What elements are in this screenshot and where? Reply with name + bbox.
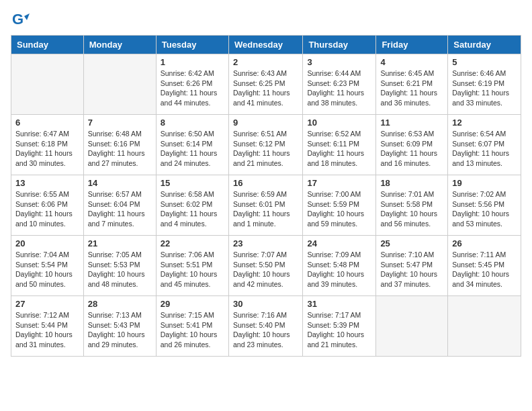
day-info: Sunrise: 6:58 AMSunset: 6:02 PMDaylight:… bbox=[161, 189, 224, 229]
day-number: 26 bbox=[452, 238, 517, 248]
weekday-header: Tuesday bbox=[156, 36, 228, 54]
day-number: 9 bbox=[233, 118, 298, 128]
calendar-week-row: 20Sunrise: 7:04 AMSunset: 5:54 PMDayligh… bbox=[11, 236, 521, 296]
day-number: 4 bbox=[380, 57, 443, 67]
day-number: 21 bbox=[88, 238, 152, 248]
day-info: Sunrise: 7:05 AMSunset: 5:53 PMDaylight:… bbox=[88, 250, 152, 289]
day-info: Sunrise: 6:44 AMSunset: 6:23 PMDaylight:… bbox=[307, 68, 371, 108]
weekday-header: Saturday bbox=[448, 36, 521, 54]
calendar-cell: 27Sunrise: 7:12 AMSunset: 5:44 PMDayligh… bbox=[11, 296, 84, 357]
calendar-cell: 21Sunrise: 7:05 AMSunset: 5:53 PMDayligh… bbox=[83, 236, 156, 296]
day-info: Sunrise: 6:53 AMSunset: 6:09 PMDaylight:… bbox=[380, 129, 443, 169]
calendar-cell: 12Sunrise: 6:54 AMSunset: 6:07 PMDayligh… bbox=[448, 115, 521, 175]
calendar-cell: 29Sunrise: 7:15 AMSunset: 5:41 PMDayligh… bbox=[156, 296, 228, 357]
calendar-cell: 3Sunrise: 6:44 AMSunset: 6:23 PMDaylight… bbox=[303, 54, 376, 115]
calendar-cell: 19Sunrise: 7:02 AMSunset: 5:56 PMDayligh… bbox=[448, 175, 521, 236]
day-number: 14 bbox=[88, 178, 152, 188]
day-info: Sunrise: 6:47 AMSunset: 6:18 PMDaylight:… bbox=[15, 129, 79, 169]
day-info: Sunrise: 6:48 AMSunset: 6:16 PMDaylight:… bbox=[88, 129, 152, 169]
day-number: 27 bbox=[15, 299, 79, 309]
calendar-table: SundayMondayTuesdayWednesdayThursdayFrid… bbox=[11, 35, 521, 357]
weekday-header: Sunday bbox=[11, 36, 84, 54]
calendar-cell: 22Sunrise: 7:06 AMSunset: 5:51 PMDayligh… bbox=[156, 236, 228, 296]
day-info: Sunrise: 7:01 AMSunset: 5:58 PMDaylight:… bbox=[380, 189, 443, 229]
calendar-week-row: 6Sunrise: 6:47 AMSunset: 6:18 PMDaylight… bbox=[11, 115, 521, 175]
day-info: Sunrise: 7:13 AMSunset: 5:43 PMDaylight:… bbox=[88, 310, 152, 350]
calendar-cell bbox=[448, 296, 521, 357]
calendar-cell: 8Sunrise: 6:50 AMSunset: 6:14 PMDaylight… bbox=[156, 115, 228, 175]
day-number: 17 bbox=[307, 178, 371, 188]
day-info: Sunrise: 6:45 AMSunset: 6:21 PMDaylight:… bbox=[380, 68, 443, 108]
day-info: Sunrise: 7:02 AMSunset: 5:56 PMDaylight:… bbox=[452, 189, 517, 229]
day-info: Sunrise: 6:46 AMSunset: 6:19 PMDaylight:… bbox=[452, 68, 517, 108]
day-info: Sunrise: 7:16 AMSunset: 5:40 PMDaylight:… bbox=[233, 310, 298, 350]
day-info: Sunrise: 7:06 AMSunset: 5:51 PMDaylight:… bbox=[161, 250, 224, 289]
day-number: 19 bbox=[452, 178, 517, 188]
day-number: 25 bbox=[380, 238, 443, 248]
day-number: 24 bbox=[307, 238, 371, 248]
day-info: Sunrise: 7:09 AMSunset: 5:48 PMDaylight:… bbox=[307, 250, 371, 289]
day-number: 20 bbox=[15, 238, 79, 248]
page-header: G bbox=[11, 11, 521, 30]
calendar-cell bbox=[11, 54, 84, 115]
logo-icon: G bbox=[11, 11, 30, 30]
calendar-cell: 17Sunrise: 7:00 AMSunset: 5:59 PMDayligh… bbox=[303, 175, 376, 236]
day-info: Sunrise: 7:11 AMSunset: 5:45 PMDaylight:… bbox=[452, 250, 517, 289]
calendar-week-row: 27Sunrise: 7:12 AMSunset: 5:44 PMDayligh… bbox=[11, 296, 521, 357]
day-info: Sunrise: 6:55 AMSunset: 6:06 PMDaylight:… bbox=[15, 189, 79, 229]
calendar-cell: 2Sunrise: 6:43 AMSunset: 6:25 PMDaylight… bbox=[228, 54, 302, 115]
weekday-header: Friday bbox=[376, 36, 448, 54]
calendar-cell bbox=[376, 296, 448, 357]
day-info: Sunrise: 6:51 AMSunset: 6:12 PMDaylight:… bbox=[233, 129, 298, 169]
day-number: 28 bbox=[88, 299, 152, 309]
day-info: Sunrise: 6:54 AMSunset: 6:07 PMDaylight:… bbox=[452, 129, 517, 169]
weekday-header: Thursday bbox=[303, 36, 376, 54]
day-number: 8 bbox=[161, 118, 224, 128]
day-number: 2 bbox=[233, 57, 298, 67]
calendar-cell: 5Sunrise: 6:46 AMSunset: 6:19 PMDaylight… bbox=[448, 54, 521, 115]
calendar-cell: 28Sunrise: 7:13 AMSunset: 5:43 PMDayligh… bbox=[83, 296, 156, 357]
calendar-cell: 15Sunrise: 6:58 AMSunset: 6:02 PMDayligh… bbox=[156, 175, 228, 236]
day-number: 7 bbox=[88, 118, 152, 128]
day-info: Sunrise: 6:42 AMSunset: 6:26 PMDaylight:… bbox=[161, 68, 224, 108]
calendar-cell: 7Sunrise: 6:48 AMSunset: 6:16 PMDaylight… bbox=[83, 115, 156, 175]
calendar-cell: 1Sunrise: 6:42 AMSunset: 6:26 PMDaylight… bbox=[156, 54, 228, 115]
day-info: Sunrise: 6:43 AMSunset: 6:25 PMDaylight:… bbox=[233, 68, 298, 108]
day-number: 18 bbox=[380, 178, 443, 188]
calendar-cell: 10Sunrise: 6:52 AMSunset: 6:11 PMDayligh… bbox=[303, 115, 376, 175]
calendar-cell: 23Sunrise: 7:07 AMSunset: 5:50 PMDayligh… bbox=[228, 236, 302, 296]
logo: G bbox=[11, 11, 31, 30]
weekday-header: Monday bbox=[83, 36, 156, 54]
day-info: Sunrise: 7:15 AMSunset: 5:41 PMDaylight:… bbox=[161, 310, 224, 350]
calendar-cell: 16Sunrise: 6:59 AMSunset: 6:01 PMDayligh… bbox=[228, 175, 302, 236]
calendar-cell: 31Sunrise: 7:17 AMSunset: 5:39 PMDayligh… bbox=[303, 296, 376, 357]
day-number: 13 bbox=[15, 178, 79, 188]
calendar-cell: 9Sunrise: 6:51 AMSunset: 6:12 PMDaylight… bbox=[228, 115, 302, 175]
day-number: 10 bbox=[307, 118, 371, 128]
calendar-week-row: 13Sunrise: 6:55 AMSunset: 6:06 PMDayligh… bbox=[11, 175, 521, 236]
calendar-cell: 30Sunrise: 7:16 AMSunset: 5:40 PMDayligh… bbox=[228, 296, 302, 357]
day-info: Sunrise: 7:04 AMSunset: 5:54 PMDaylight:… bbox=[15, 250, 79, 289]
day-number: 15 bbox=[161, 178, 224, 188]
day-number: 3 bbox=[307, 57, 371, 67]
calendar-cell: 18Sunrise: 7:01 AMSunset: 5:58 PMDayligh… bbox=[376, 175, 448, 236]
day-info: Sunrise: 7:10 AMSunset: 5:47 PMDaylight:… bbox=[380, 250, 443, 289]
day-number: 12 bbox=[452, 118, 517, 128]
day-number: 22 bbox=[161, 238, 224, 248]
day-number: 23 bbox=[233, 238, 298, 248]
day-info: Sunrise: 7:12 AMSunset: 5:44 PMDaylight:… bbox=[15, 310, 79, 350]
day-info: Sunrise: 6:57 AMSunset: 6:04 PMDaylight:… bbox=[88, 189, 152, 229]
calendar-cell bbox=[83, 54, 156, 115]
day-info: Sunrise: 7:07 AMSunset: 5:50 PMDaylight:… bbox=[233, 250, 298, 289]
calendar-cell: 11Sunrise: 6:53 AMSunset: 6:09 PMDayligh… bbox=[376, 115, 448, 175]
calendar-week-row: 1Sunrise: 6:42 AMSunset: 6:26 PMDaylight… bbox=[11, 54, 521, 115]
calendar-cell: 4Sunrise: 6:45 AMSunset: 6:21 PMDaylight… bbox=[376, 54, 448, 115]
day-info: Sunrise: 6:50 AMSunset: 6:14 PMDaylight:… bbox=[161, 129, 224, 169]
calendar-cell: 14Sunrise: 6:57 AMSunset: 6:04 PMDayligh… bbox=[83, 175, 156, 236]
day-number: 1 bbox=[161, 57, 224, 67]
calendar-cell: 25Sunrise: 7:10 AMSunset: 5:47 PMDayligh… bbox=[376, 236, 448, 296]
calendar-cell: 13Sunrise: 6:55 AMSunset: 6:06 PMDayligh… bbox=[11, 175, 84, 236]
calendar-cell: 26Sunrise: 7:11 AMSunset: 5:45 PMDayligh… bbox=[448, 236, 521, 296]
calendar-cell: 20Sunrise: 7:04 AMSunset: 5:54 PMDayligh… bbox=[11, 236, 84, 296]
day-number: 30 bbox=[233, 299, 298, 309]
